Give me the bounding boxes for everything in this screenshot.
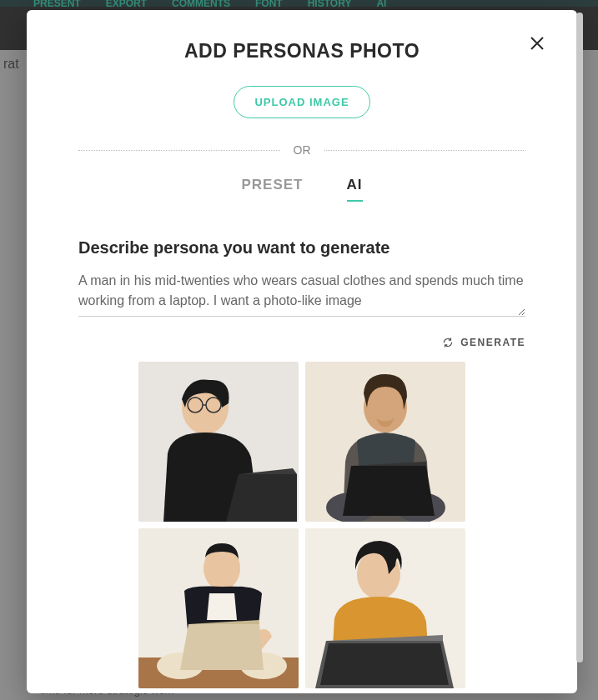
persona-image-4 (305, 528, 465, 688)
modal-title: ADD PERSONAS PHOTO (78, 40, 525, 62)
persona-thumbnail-4[interactable] (305, 528, 465, 688)
describe-input[interactable] (78, 268, 525, 317)
close-icon (527, 33, 547, 53)
close-button[interactable] (527, 33, 547, 53)
upload-image-button[interactable]: UPLOAD IMAGE (234, 86, 369, 118)
or-label: OR (294, 143, 311, 157)
generate-label: GENERATE (460, 337, 525, 348)
modal-scrollbar[interactable] (576, 12, 583, 688)
persona-grid (78, 362, 525, 688)
toolbar-history[interactable]: HISTORY (308, 0, 352, 7)
persona-thumbnail-3[interactable] (138, 528, 299, 688)
toolbar-font[interactable]: FONT (255, 0, 283, 7)
scrollbar-thumb[interactable] (576, 12, 583, 662)
persona-thumbnail-1[interactable] (138, 362, 299, 522)
add-persona-photo-modal: ADD PERSONAS PHOTO UPLOAD IMAGE OR PRESE… (27, 10, 577, 693)
tab-ai[interactable]: AI (347, 177, 363, 202)
persona-thumbnail-2[interactable] (305, 362, 465, 522)
or-divider: OR (78, 143, 525, 157)
refresh-icon (442, 337, 454, 348)
tab-bar: PRESET AI (78, 177, 525, 202)
toolbar-ai[interactable]: AI (376, 0, 386, 7)
tab-preset[interactable]: PRESET (241, 177, 303, 202)
toolbar-present[interactable]: PRESENT (33, 0, 81, 7)
describe-label: Describe persona you want to generate (78, 238, 525, 258)
toolbar-comments[interactable]: COMMENTS (172, 0, 230, 7)
persona-image-1 (138, 362, 299, 522)
generate-button[interactable]: GENERATE (442, 337, 525, 348)
persona-image-3 (138, 528, 299, 688)
persona-image-2 (305, 362, 465, 522)
app-toolbar: PRESENT EXPORT COMMENTS FONT HISTORY AI (0, 0, 598, 7)
toolbar-export[interactable]: EXPORT (106, 0, 147, 7)
